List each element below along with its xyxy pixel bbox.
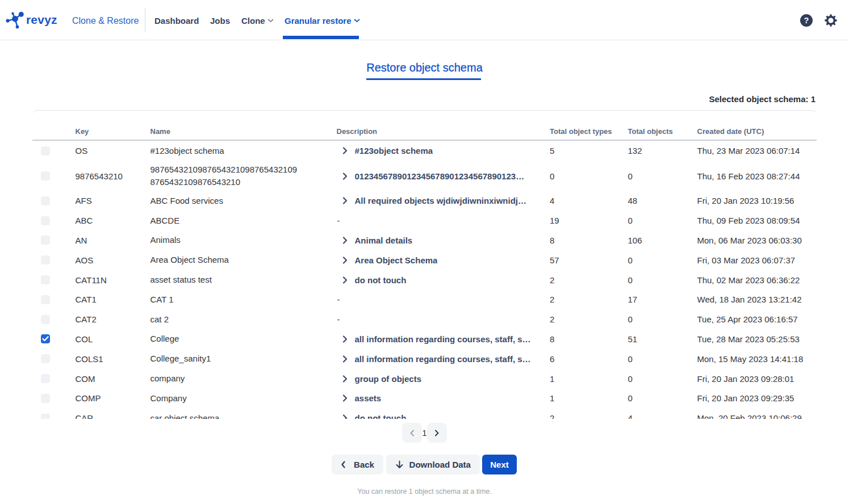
svg-text:?: ? — [804, 16, 809, 25]
